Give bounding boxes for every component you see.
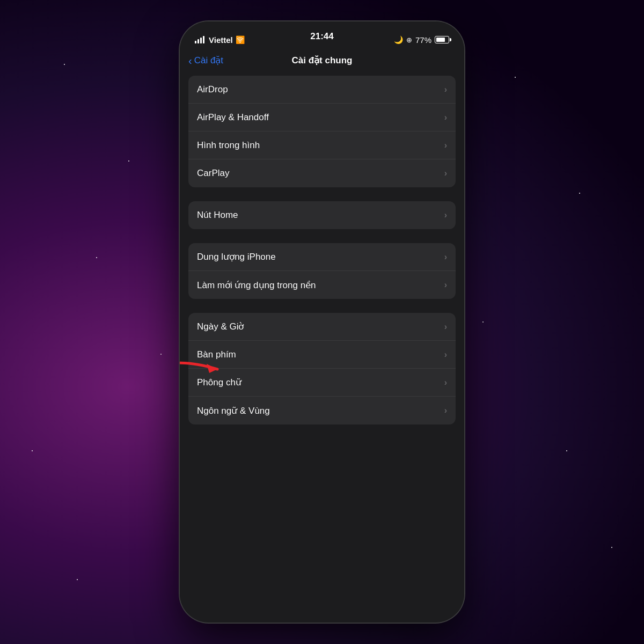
settings-row-background-refresh[interactable]: Làm mới ứng dụng trong nền › (188, 271, 456, 299)
language-chevron: › (444, 406, 447, 415)
settings-row-datetime[interactable]: Ngày & Giờ › (188, 313, 456, 341)
settings-group-2: Nút Home › (188, 201, 456, 229)
datetime-chevron: › (444, 322, 447, 332)
status-left: Viettel 🛜 (195, 35, 245, 45)
fonts-label: Phông chữ (197, 377, 241, 388)
settings-group-3: Dung lượng iPhone › Làm mới ứng dụng tro… (188, 243, 456, 299)
page-title: Cài đặt chung (292, 55, 353, 66)
status-time: 21:44 (310, 31, 333, 42)
airdrop-label: AirDrop (197, 84, 228, 95)
airplay-chevron: › (444, 113, 447, 122)
fonts-chevron: › (444, 378, 447, 387)
settings-row-airplay[interactable]: AirPlay & Handoff › (188, 104, 456, 131)
settings-content: AirDrop › AirPlay & Handoff › Hình trong… (180, 71, 464, 613)
picture-label: Hình trong hình (197, 140, 260, 151)
keyboard-label: Bàn phím (197, 349, 236, 360)
settings-row-keyboard[interactable]: Bàn phím › (188, 341, 456, 369)
location-icon: ⊕ (406, 36, 412, 44)
language-label: Ngôn ngữ & Vùng (197, 405, 270, 416)
datetime-label: Ngày & Giờ (197, 321, 244, 332)
settings-row-fonts[interactable]: Phông chữ › (188, 369, 456, 397)
settings-row-language[interactable]: Ngôn ngữ & Vùng › (188, 397, 456, 425)
settings-group-1: AirDrop › AirPlay & Handoff › Hình trong… (188, 76, 456, 187)
background-refresh-chevron: › (444, 280, 447, 290)
back-chevron-icon: ‹ (188, 55, 192, 66)
nav-bar: ‹ Cài đặt Cài đặt chung (180, 50, 464, 71)
settings-row-carplay[interactable]: CarPlay › (188, 159, 456, 187)
storage-chevron: › (444, 252, 447, 262)
signal-bars (195, 36, 204, 43)
settings-row-picture[interactable]: Hình trong hình › (188, 131, 456, 159)
airdrop-chevron: › (444, 85, 447, 94)
carrier-label: Viettel (209, 35, 233, 45)
settings-row-airdrop[interactable]: AirDrop › (188, 76, 456, 104)
moon-icon: 🌙 (394, 35, 403, 44)
settings-row-storage[interactable]: Dung lượng iPhone › (188, 243, 456, 271)
settings-group-4: Ngày & Giờ › Bàn phím › Phông chữ › Ngôn… (188, 313, 456, 425)
keyboard-chevron: › (444, 350, 447, 360)
battery-fill (436, 38, 445, 42)
carplay-chevron: › (444, 169, 447, 178)
battery-percent: 77% (415, 35, 431, 45)
home-label: Nút Home (197, 210, 238, 221)
status-bar: Viettel 🛜 21:44 🌙 ⊕ 77% (180, 21, 464, 50)
home-chevron: › (444, 210, 447, 220)
back-button[interactable]: ‹ Cài đặt (188, 55, 223, 66)
carplay-label: CarPlay (197, 168, 229, 179)
phone-frame: Viettel 🛜 21:44 🌙 ⊕ 77% ‹ Cài đặt Cài đặ… (180, 21, 464, 623)
picture-chevron: › (444, 141, 447, 150)
storage-label: Dung lượng iPhone (197, 251, 276, 262)
airplay-label: AirPlay & Handoff (197, 112, 269, 123)
background-refresh-label: Làm mới ứng dụng trong nền (197, 280, 316, 291)
battery-icon (435, 36, 449, 43)
back-label: Cài đặt (194, 55, 223, 66)
settings-row-home[interactable]: Nút Home › (188, 201, 456, 229)
wifi-icon: 🛜 (236, 35, 245, 44)
status-right: 🌙 ⊕ 77% (394, 35, 449, 45)
